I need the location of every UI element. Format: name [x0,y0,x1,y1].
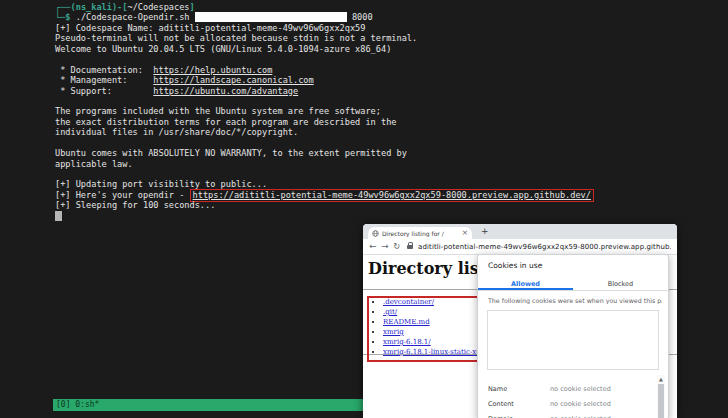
tab-blocked[interactable]: Blocked [573,278,668,290]
terminal-blank-line [55,54,675,64]
selected-text-block [195,12,347,22]
prompt-dollar: └─$ [55,12,71,22]
browser-tab-bar: Directory listing for / × + [363,224,677,239]
terminal-blank-line [55,169,675,179]
lock-icon[interactable] [407,245,413,250]
cookies-panel-tabs: Allowed Blocked [478,278,668,291]
terminal-line: Welcome to Ubuntu 20.04.5 LTS (GNU/Linux… [55,44,675,54]
cookies-list-box[interactable] [487,310,659,370]
prompt-user-host: ns_kali [76,2,112,12]
command-text: ./Codespace-Opendir.sh [71,12,195,22]
terminal-line: the exact distribution terms for each pr… [55,117,675,127]
scrollbar[interactable]: ▲ [657,375,665,418]
screen: ┌──(ns_kali)-[~/Codespaces] └─$ ./Codesp… [0,0,728,418]
url-field[interactable]: adititli-potential-meme-49wv96w6gxx2qx59… [418,243,671,251]
prompt-bracket: ] [190,2,195,12]
terminal-line: * Support: https://ubuntu.com/advantage [55,86,675,96]
new-tab-button[interactable]: + [481,226,489,236]
terminal-line: * Management: https://landscape.canonica… [55,75,675,85]
tmux-status-bar: [0] 0:sh* [53,399,363,411]
tab-close-icon[interactable]: × [462,229,468,237]
cookies-panel-title: Cookies in use [488,261,542,270]
cookie-field-row: Domain no cookie selected [478,411,654,418]
tab-allowed[interactable]: Allowed [478,278,573,290]
cookie-detail-fields: Name no cookie selected Content no cooki… [478,381,654,418]
prompt-bracket: ┌──( [55,2,76,12]
terminal-line: [+] Sleeping for 100 seconds... [55,200,675,210]
cookie-field-row: Content no cookie selected [478,396,654,411]
motd-mgmt-link[interactable]: https://landscape.canonical.com [153,75,313,85]
directory-annotation-box [367,296,483,362]
reload-icon[interactable]: ↻ [393,242,400,251]
opendir-url-annotation-box: https://adititli-potential-meme-49wv96w6… [190,189,594,202]
terminal-opendir-line: [+] Here's your opendir - https://aditit… [55,190,675,200]
scroll-up-icon[interactable]: ▲ [657,375,665,383]
cookies-in-use-panel: Cookies in use Allowed Blocked The follo… [477,254,669,418]
field-label: Name [488,385,550,393]
field-label: Domain [488,415,550,418]
motd-support-link[interactable]: https://ubuntu.com/advantage [153,86,298,96]
prompt-path: ~/Codespaces [127,2,189,12]
field-value: no cookie selected [550,400,611,408]
terminal-line: applicable law. [55,159,675,169]
motd-support-label: * Support: [55,86,153,96]
field-label: Content [488,400,550,408]
motd-doc-label: * Documentation: [55,65,153,75]
motd-mgmt-label: * Management: [55,75,153,85]
opendir-label: [+] Here's your opendir - [55,190,190,200]
terminal-line: Pseudo-terminal will not be allocated be… [55,33,675,43]
terminal-line: Ubuntu comes with ABSOLUTELY NO WARRANTY… [55,148,675,158]
terminal-command-line: └─$ ./Codespace-Opendir.sh 8000 [55,12,675,22]
terminal-blank-line [55,96,675,106]
terminal-line: [+] Codespace Name: adititli-potential-m… [55,23,675,33]
prompt-bracket: )-[ [112,2,128,12]
terminal-cursor-line [55,211,675,221]
field-value: no cookie selected [550,415,611,418]
forward-icon[interactable]: → [381,242,388,251]
back-icon[interactable]: ← [369,242,376,251]
terminal-line: individual files in /usr/share/doc/*/cop… [55,127,675,137]
browser-url-bar: ← → ↻ adititli-potential-meme-49wv96w6gx… [363,239,677,255]
scrollbar-thumb[interactable] [658,384,664,418]
browser-window: Directory listing for / × + ← → ↻ aditit… [363,224,677,418]
terminal-line: * Documentation: https://help.ubuntu.com [55,65,675,75]
terminal-blank-line [55,138,675,148]
globe-icon [372,230,379,237]
terminal-window: ┌──(ns_kali)-[~/Codespaces] └─$ ./Codesp… [55,2,675,221]
browser-tab[interactable]: Directory listing for / × [368,227,472,239]
field-value: no cookie selected [550,385,611,393]
terminal-prompt-line-1: ┌──(ns_kali)-[~/Codespaces] [55,2,675,12]
terminal-line: The programs included with the Ubuntu sy… [55,106,675,116]
motd-doc-link[interactable]: https://help.ubuntu.com [153,65,272,75]
opendir-url-link[interactable]: https://adititli-potential-meme-49wv96w6… [193,190,591,200]
page-content: Directory listing for / .devcontainer/ .… [363,255,677,418]
cookie-field-row: Name no cookie selected [478,381,654,396]
terminal-cursor [55,211,62,221]
cookies-description: The following cookies were set when you … [488,297,662,304]
command-port-arg: 8000 [347,12,373,22]
tab-title: Directory listing for / [382,230,459,237]
